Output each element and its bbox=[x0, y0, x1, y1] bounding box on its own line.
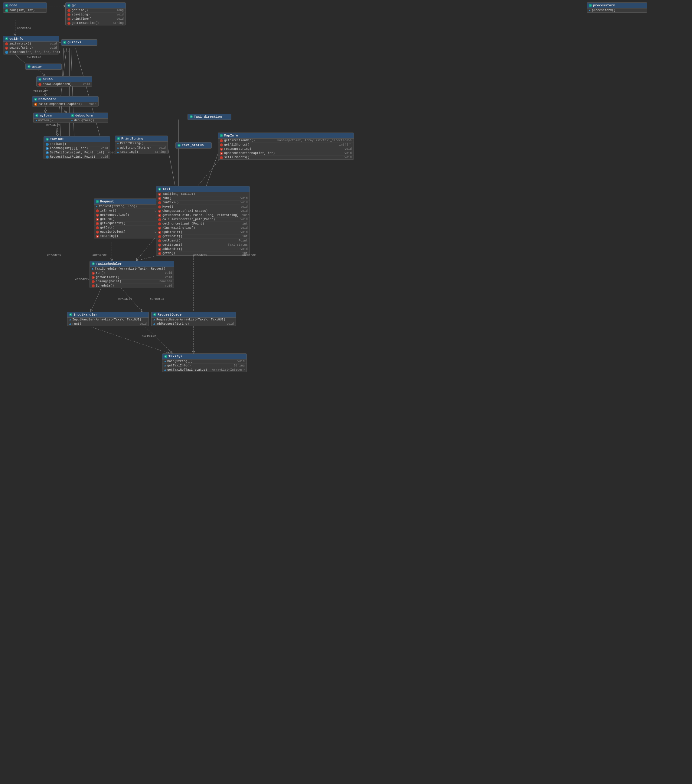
debugform-box: c debugform ▲ debugform() bbox=[69, 112, 108, 123]
taxistatus-box: c Taxi_status bbox=[176, 142, 212, 148]
gi-row-2: - pointbfs(int) void bbox=[3, 46, 59, 50]
sys-row-2: ▲ getTaxiInfo() String bbox=[163, 364, 247, 368]
tgui-row-4: ~ RequestTaxi(Point, Point) void bbox=[44, 155, 110, 159]
taxisys-box: c TaxiSys ▲ main(String[]) void ▲ getTax… bbox=[162, 353, 247, 372]
mi-row-4: - UpdateDirectionMap(int, int) void bbox=[218, 151, 353, 155]
class-icon: c bbox=[589, 4, 592, 7]
processform-box: c processform ▲ processform() bbox=[587, 2, 647, 13]
printstring-box: c PrintString ▲ PrintString() ▲ addStrin… bbox=[115, 135, 168, 154]
myform-box: c myform ▲ myform() bbox=[33, 112, 69, 123]
tgui-row-2: ~ LoadMap(int[][], int) void bbox=[44, 147, 110, 151]
myform-title: myform bbox=[39, 114, 52, 117]
rq-row-1: ▲ RequestQueue(ArrayList<Taxi>, TaxiGUI) bbox=[151, 318, 236, 322]
tgui-row-3: ~ SetTaxiStatus(int, Point, int) void bbox=[44, 151, 110, 155]
gv-box: c gv - getTime() long - stay(long) void … bbox=[65, 2, 126, 25]
svg-line-14 bbox=[168, 148, 176, 188]
class-icon: c bbox=[92, 262, 95, 265]
taxidirection-box: c Taxi_direction bbox=[187, 114, 232, 120]
class-icon: c bbox=[117, 137, 120, 140]
class-icon: c bbox=[220, 134, 223, 137]
sched-row-4: - inRange(Point) boolean bbox=[90, 280, 174, 284]
node-box: c node - node(int, int) bbox=[3, 2, 47, 13]
taxi-row-11: - getCredit() int bbox=[156, 234, 250, 239]
ih-title: InputHandler bbox=[74, 313, 97, 316]
ih-row-2: ▲ run() void bbox=[67, 322, 148, 326]
gi-row-3: ~ distance(int, int, int, int) int bbox=[3, 50, 59, 54]
class-icon: c bbox=[158, 188, 161, 191]
class-icon: c bbox=[34, 98, 37, 101]
node-title: node bbox=[9, 3, 17, 7]
svg-line-7 bbox=[61, 106, 67, 112]
pf-row-1: ▲ processform() bbox=[587, 8, 647, 12]
create-label-6: «create» bbox=[92, 254, 107, 257]
class-icon: c bbox=[67, 4, 71, 7]
create-label-1: «create» bbox=[16, 26, 31, 30]
sys-row-1: ▲ main(String[]) void bbox=[163, 359, 247, 364]
df-row-1: ▲ debugform() bbox=[69, 119, 108, 122]
drawboard-box: c Drawboard # paintComponent(Graphics) v… bbox=[32, 96, 99, 107]
gv-row-3: - printTime() void bbox=[66, 17, 125, 21]
db-row-1: # paintComponent(Graphics) void bbox=[32, 102, 98, 106]
taxi-row-4: - Move() void bbox=[156, 205, 250, 209]
ts-title: Taxi_status bbox=[182, 143, 204, 147]
tgui-row-1: ~ TaxiGUI() bbox=[44, 142, 110, 147]
gv-row-2: - stay(long) void bbox=[66, 13, 125, 17]
guitaxi-title: guitaxi bbox=[67, 41, 81, 44]
class-icon: c bbox=[5, 4, 8, 7]
method-icon: - bbox=[5, 9, 8, 12]
gv-row-1: - getTime() long bbox=[66, 8, 125, 13]
ps-row-2: ▲ addString(String) void bbox=[115, 146, 168, 150]
processform-title: processform bbox=[593, 3, 615, 7]
mf-row-1: ▲ myform() bbox=[34, 119, 69, 122]
taxi-box: c Taxi - Taxi(int, TaxiGUI) - run() void… bbox=[156, 186, 250, 256]
ps-row-3: ▲ toString() String bbox=[115, 150, 168, 154]
guigv-title: guigv bbox=[32, 65, 42, 68]
class-icon: c bbox=[96, 200, 99, 203]
taxi-row-6: - getOrders(Point, Point, long, PrintStr… bbox=[156, 213, 250, 217]
brush-box: c brush - draw(Graphics2D) void bbox=[36, 76, 92, 87]
req-title: Request bbox=[100, 200, 114, 203]
create-label-2: «create» bbox=[26, 55, 41, 59]
rq-title: RequestQueue bbox=[158, 313, 181, 316]
class-icon: c bbox=[28, 65, 31, 68]
gi-row-1: - initmatrix() void bbox=[3, 42, 59, 46]
svg-line-25 bbox=[71, 50, 74, 136]
create-label-9: «create» bbox=[150, 297, 164, 301]
mi-row-3: - readmap(String) void bbox=[218, 147, 353, 151]
class-icon: c bbox=[46, 138, 49, 141]
taxi-row-2: - run() void bbox=[156, 196, 250, 201]
taxi-row-12: - getPoint() Point bbox=[156, 239, 250, 243]
svg-line-23 bbox=[56, 48, 67, 136]
taxi-row-13: - getStatus() Taxi_status bbox=[156, 243, 250, 247]
td-title: Taxi_direction bbox=[194, 115, 222, 119]
taxi-row-1: - Taxi(int, TaxiGUI) bbox=[156, 192, 250, 196]
debugform-title: debugform bbox=[75, 114, 93, 117]
sched-row-1: ▲ TaxiScheduler(ArrayList<Taxi>, Request… bbox=[90, 267, 174, 271]
sys-title: TaxiSys bbox=[168, 355, 182, 358]
sys-row-3: ▲ getTaxiNo(Taxi_status) ArrayList<Integ… bbox=[163, 368, 247, 372]
guiinfo-box: c guiinfo - initmatrix() void - pointbfs… bbox=[3, 36, 59, 54]
guiinfo-title: guiinfo bbox=[9, 37, 23, 41]
svg-line-3 bbox=[15, 54, 25, 64]
class-icon: c bbox=[71, 114, 74, 117]
create-label-5: «create» bbox=[47, 254, 61, 257]
svg-line-21 bbox=[145, 327, 173, 353]
class-icon: c bbox=[190, 115, 193, 118]
svg-line-18 bbox=[91, 285, 103, 312]
create-label-11: «create» bbox=[141, 334, 156, 338]
sched-title: TaxiScheduler bbox=[96, 262, 122, 266]
class-icon: c bbox=[178, 144, 181, 147]
brush-title: brush bbox=[43, 77, 53, 81]
sched-row-3: - getWaitTaxi() void bbox=[90, 275, 174, 280]
guitaxi-box: c guitaxi bbox=[61, 40, 97, 46]
class-icon: c bbox=[35, 114, 38, 117]
create-label-4: «create» bbox=[46, 124, 61, 127]
sched-row-5: - Schedule() void bbox=[90, 284, 174, 288]
taxi-row-8: - getShortest_path(Point) int bbox=[156, 222, 250, 226]
taxigui-title: TaxiGUI bbox=[50, 137, 64, 141]
create-label-12: «create» bbox=[242, 254, 256, 257]
class-icon: c bbox=[153, 313, 156, 316]
mi-row-5: - setAllShorts() void bbox=[218, 155, 353, 160]
gv-title: gv bbox=[72, 3, 76, 7]
class-icon: c bbox=[38, 78, 41, 81]
